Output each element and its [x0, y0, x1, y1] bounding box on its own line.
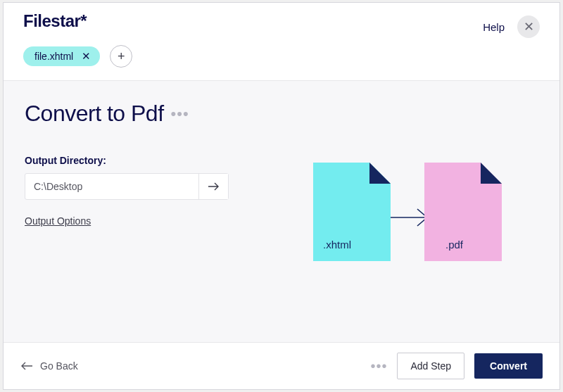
- page-title-wrap: Convert to Pdf •••: [25, 101, 236, 127]
- footer: Go Back ••• Add Step Convert: [4, 342, 559, 389]
- ellipsis-icon[interactable]: •••: [171, 106, 189, 122]
- arrow-right-icon: [208, 182, 220, 191]
- output-directory-input[interactable]: [25, 174, 198, 199]
- plus-icon: +: [118, 49, 125, 64]
- app-window: Filestar* Help ✕ file.xhtml ✕ + Convert …: [3, 2, 560, 390]
- remove-file-icon[interactable]: ✕: [80, 51, 91, 62]
- arrow-left-icon: [20, 362, 33, 370]
- main-content: Convert to Pdf ••• Output Directory: Out…: [4, 81, 559, 342]
- output-directory-group: [25, 173, 229, 200]
- go-back-button[interactable]: Go Back: [20, 360, 78, 372]
- source-file-icon: .xhtml: [313, 163, 391, 261]
- convert-button[interactable]: Convert: [474, 353, 543, 379]
- diagram-svg: .xhtml .pdf: [313, 163, 503, 289]
- target-file-icon: .pdf: [424, 163, 502, 261]
- output-options-link[interactable]: Output Options: [25, 215, 91, 227]
- brand-logo: Filestar*: [23, 11, 87, 31]
- close-button[interactable]: ✕: [517, 15, 540, 38]
- conversion-diagram: .xhtml .pdf: [278, 129, 538, 322]
- add-file-button[interactable]: +: [110, 45, 132, 68]
- file-chip[interactable]: file.xhtml ✕: [23, 46, 100, 66]
- svg-marker-1: [369, 163, 391, 184]
- browse-button[interactable]: [198, 174, 228, 199]
- source-ext-label: .xhtml: [323, 239, 351, 251]
- go-back-label: Go Back: [40, 360, 78, 372]
- header: Filestar* Help ✕: [4, 3, 559, 38]
- file-chip-label: file.xhtml: [34, 51, 73, 62]
- header-actions: Help ✕: [483, 15, 540, 38]
- settings-column: Convert to Pdf ••• Output Directory: Out…: [25, 101, 236, 322]
- file-chips-row: file.xhtml ✕ +: [4, 38, 559, 81]
- add-step-button[interactable]: Add Step: [397, 353, 464, 379]
- more-actions-icon[interactable]: •••: [370, 358, 387, 374]
- svg-marker-4: [481, 163, 502, 184]
- arrow-icon: [391, 209, 427, 226]
- help-link[interactable]: Help: [483, 21, 505, 33]
- target-ext-label: .pdf: [445, 239, 464, 251]
- footer-actions: ••• Add Step Convert: [370, 353, 543, 379]
- close-icon: ✕: [524, 19, 534, 34]
- page-title: Convert to Pdf: [25, 101, 164, 127]
- output-directory-label: Output Directory:: [25, 155, 236, 166]
